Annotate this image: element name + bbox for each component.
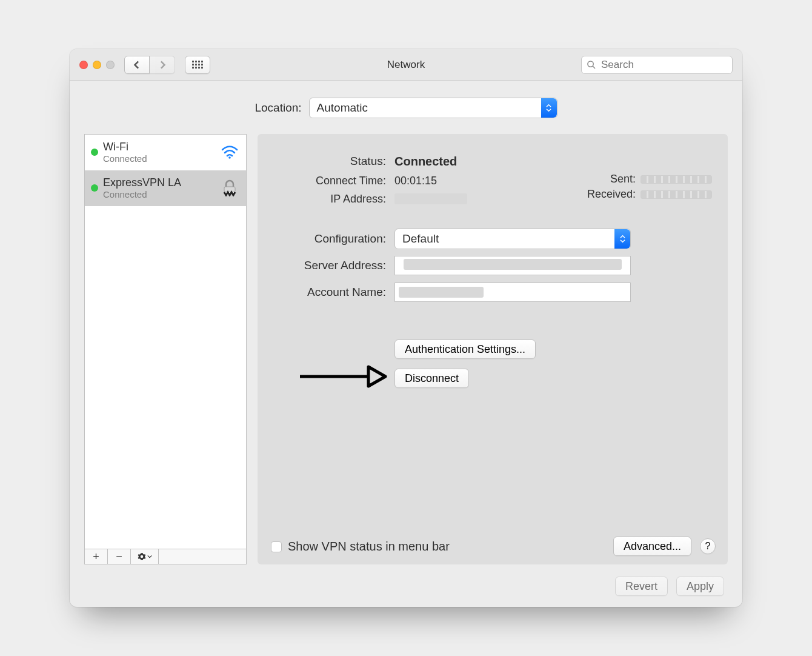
- select-stepper-icon: [541, 98, 557, 118]
- interface-expressvpn[interactable]: ExpressVPN LA Connected: [85, 170, 246, 206]
- interface-state: Connected: [103, 189, 181, 199]
- select-stepper-icon: [614, 229, 630, 249]
- advanced-button[interactable]: Advanced...: [613, 537, 691, 556]
- location-value: Automatic: [317, 101, 368, 115]
- received-label: Received:: [587, 188, 636, 201]
- show-vpn-status-row: Show VPN status in menu bar: [271, 540, 450, 554]
- interface-actions-button[interactable]: [131, 549, 159, 564]
- wifi-icon: [219, 146, 240, 159]
- nav-forward-button[interactable]: [150, 56, 175, 74]
- connect-time-label: Connect Time:: [273, 175, 394, 187]
- server-address-value-redacted: [404, 259, 622, 270]
- status-dot-green: [91, 149, 98, 156]
- configuration-select[interactable]: Default: [394, 229, 631, 249]
- grid-icon: [192, 61, 203, 69]
- chevron-down-icon: [147, 555, 152, 558]
- network-preferences-window: Network Location: Automatic: [70, 49, 742, 607]
- remove-interface-button[interactable]: −: [108, 549, 131, 564]
- location-row: Location: Automatic: [70, 81, 742, 134]
- configuration-label: Configuration:: [273, 232, 394, 246]
- show-all-button[interactable]: [185, 56, 210, 74]
- sent-label: Sent:: [610, 173, 636, 186]
- main: Wi-Fi Connected: [70, 134, 742, 564]
- interface-list: Wi-Fi Connected: [84, 134, 247, 549]
- close-window-button[interactable]: [79, 61, 88, 69]
- search-wrap: [581, 56, 733, 74]
- configuration-value: Default: [402, 232, 439, 246]
- authentication-settings-button[interactable]: Authentication Settings...: [394, 340, 536, 359]
- add-interface-button[interactable]: +: [85, 549, 108, 564]
- sidebar-tools: + −: [84, 549, 247, 564]
- traffic-meters: Sent: Received:: [587, 173, 712, 201]
- help-button[interactable]: ?: [700, 538, 716, 554]
- interface-name: ExpressVPN LA: [103, 176, 181, 189]
- ip-address-value-redacted: [394, 193, 467, 204]
- window-controls: [79, 61, 115, 69]
- svg-point-0: [588, 61, 593, 66]
- account-name-value-redacted: [399, 287, 484, 298]
- received-meter: [641, 190, 712, 199]
- show-vpn-status-label: Show VPN status in menu bar: [288, 540, 450, 554]
- vpn-lock-icon: [219, 179, 240, 196]
- detail-panel: Status: Connected Connect Time: 00:01:15…: [258, 134, 728, 564]
- server-address-label: Server Address:: [273, 259, 394, 272]
- svg-rect-2: [224, 187, 235, 192]
- interface-wifi[interactable]: Wi-Fi Connected: [85, 135, 246, 170]
- account-name-label: Account Name:: [273, 286, 394, 299]
- nav-group: [124, 56, 175, 74]
- location-select[interactable]: Automatic: [309, 98, 557, 118]
- footer: Revert Apply: [70, 564, 742, 596]
- server-address-input[interactable]: [394, 256, 631, 275]
- zoom-window-button[interactable]: [106, 61, 115, 69]
- interface-state: Connected: [103, 153, 147, 164]
- ip-address-label: IP Address:: [273, 193, 394, 206]
- minimize-window-button[interactable]: [93, 61, 101, 69]
- interface-name: Wi-Fi: [103, 141, 147, 153]
- account-name-input[interactable]: [394, 283, 631, 302]
- status-label: Status:: [273, 155, 394, 168]
- search-input[interactable]: [581, 56, 733, 74]
- titlebar: Network: [70, 49, 742, 81]
- apply-button[interactable]: Apply: [676, 577, 724, 596]
- svg-point-1: [228, 156, 231, 159]
- connect-time-value: 00:01:15: [394, 175, 437, 187]
- search-icon: [587, 60, 596, 69]
- gear-icon: [138, 552, 146, 561]
- show-vpn-status-checkbox[interactable]: [271, 541, 282, 552]
- sent-meter: [641, 175, 712, 184]
- revert-button[interactable]: Revert: [615, 577, 668, 596]
- sidebar: Wi-Fi Connected: [84, 134, 247, 564]
- nav-back-button[interactable]: [124, 56, 150, 74]
- status-dot-green: [91, 184, 98, 192]
- disconnect-button[interactable]: Disconnect: [394, 369, 469, 388]
- content: Location: Automatic Wi-Fi Connec: [70, 81, 742, 607]
- location-label: Location:: [255, 101, 301, 115]
- status-value: Connected: [394, 155, 457, 169]
